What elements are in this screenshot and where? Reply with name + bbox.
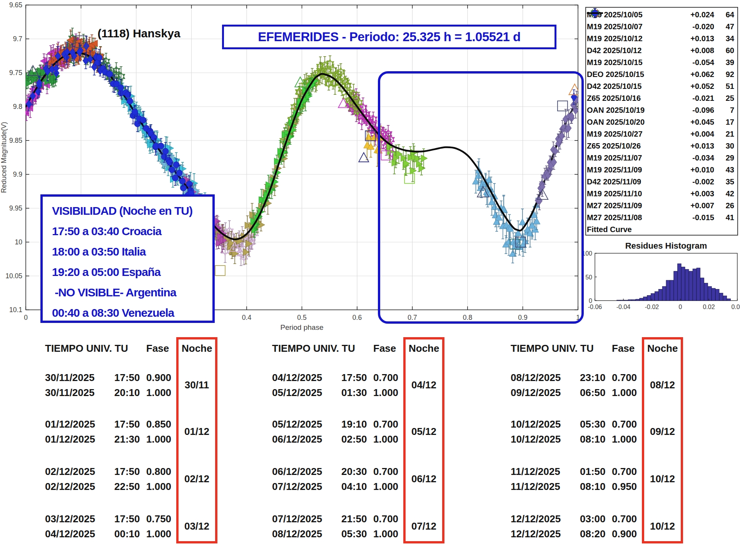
y-tick-label: 9.65 [9, 1, 22, 9]
table-row: 10/12/202508:101.000 [511, 433, 643, 445]
y-tick-label: 10 [15, 238, 23, 246]
col-header-phase: Fase [373, 343, 396, 354]
legend-item: M19 2025/10/07-0.02047 [586, 21, 737, 33]
legend-item-label: M19 2025/10/15 [587, 58, 679, 67]
night-badge: 01/12 [176, 426, 217, 438]
cell-time: 21:50 [341, 513, 373, 525]
col-header-datetime: TIEMPO UNIV. TU [511, 343, 594, 354]
legend-item-label: M19 2025/11/07 [587, 154, 679, 162]
cell-date: 03/12/2025 [45, 513, 114, 525]
legend-item-count: 64 [714, 10, 734, 19]
histogram-y-tick: 0 [589, 298, 592, 304]
legend-item-label: D42 2025/10/15 [587, 82, 679, 91]
cell-time: 21:30 [114, 433, 146, 445]
cell-time: 17:50 [114, 372, 146, 384]
histogram-x-tick: 0 [679, 304, 682, 310]
legend-item-offset: -0.021 [679, 94, 714, 103]
legend-item-count: 41 [714, 213, 734, 222]
histogram-title: Residues Histogram [625, 241, 707, 251]
cell-date: 08/12/2025 [511, 372, 580, 384]
legend-item-label: M19 2025/10/07 [587, 22, 679, 31]
cell-date: 02/12/2025 [45, 481, 114, 493]
legend-item: DEO 2025/10/15+0.06292 [586, 69, 737, 80]
legend-item-offset: +0.024 [679, 10, 714, 19]
legend-item-label: M19 2025/11/10 [587, 189, 679, 198]
table-row: 03/12/202517:500.750 [45, 513, 177, 525]
legend-item-label: Z65 2025/10/26 [587, 142, 679, 150]
cell-phase: 0.950 [612, 481, 643, 493]
table-row: 06/12/202520:300.700 [272, 466, 404, 478]
col-header-phase: Fase [146, 343, 169, 354]
legend-item-offset: +0.003 [679, 189, 714, 198]
x-tick-label: 0.4 [242, 314, 252, 321]
legend-item-offset: -0.054 [679, 58, 714, 67]
legend-item: M19 2025/10/05+0.02464 [586, 9, 737, 21]
cell-date: 11/12/2025 [511, 466, 580, 478]
table-row: 01/12/202517:500.850 [45, 418, 177, 430]
cell-time: 03:00 [580, 513, 612, 525]
cell-date: 02/12/2025 [45, 466, 114, 478]
legend-item-offset: -0.015 [679, 213, 714, 222]
cell-time: 00:10 [114, 528, 146, 540]
cell-date: 07/12/2025 [272, 513, 341, 525]
cell-phase: 0.700 [373, 513, 404, 525]
legend-item: Z65 2025/10/16-0.02125 [586, 92, 737, 104]
ephemerides-table-1: TIEMPO UNIV. TUFaseNoche30/11/202517:500… [45, 339, 230, 548]
legend-item-count: 39 [714, 58, 734, 67]
cell-phase: 0.700 [612, 372, 643, 384]
col-header-phase: Fase [612, 343, 635, 354]
cell-time: 20:30 [341, 466, 373, 478]
histogram-x-tick: -0.02 [645, 304, 659, 310]
visibility-line: 00:40 a 08:30 Venezuela [52, 303, 212, 323]
y-tick-label: 9.7 [13, 35, 22, 43]
cell-date: 11/12/2025 [511, 481, 580, 493]
cell-date: 10/12/2025 [511, 433, 580, 445]
legend-item-offset: -0.020 [679, 22, 714, 31]
legend-item: D42 2025/11/09-0.00235 [586, 176, 737, 188]
night-badge: 06/12 [403, 473, 444, 485]
night-badge: 07/12 [403, 520, 444, 532]
cell-time: 08:10 [580, 481, 612, 493]
ephemerides-table-2: TIEMPO UNIV. TUFaseNoche04/12/202517:500… [272, 339, 457, 548]
cell-phase: 0.700 [373, 418, 404, 430]
legend-item-count: 30 [714, 142, 734, 150]
cell-date: 12/12/2025 [511, 528, 580, 540]
legend-item-count: 29 [714, 154, 734, 162]
night-column-highlight [642, 337, 683, 543]
legend-item-offset: +0.013 [679, 142, 714, 150]
cell-time: 04:10 [341, 481, 373, 493]
legend-item-label: D42 2025/11/09 [587, 177, 679, 186]
residues-histogram: Residues Histogram-0.06-0.04-0.0200.020.… [577, 238, 740, 329]
table-row: 04/12/202500:101.000 [45, 528, 177, 540]
legend-item-label: OAN 2025/10/19 [587, 106, 679, 115]
col-header-datetime: TIEMPO UNIV. TU [272, 343, 355, 354]
night-badge: 03/12 [176, 520, 217, 532]
legend-item: D42 2025/10/15+0.05251 [586, 80, 737, 92]
cell-time: 17:50 [114, 466, 146, 478]
legend-item-fitted-curve: Fitted Curve [586, 224, 737, 236]
y-tick-label: 9.95 [9, 204, 22, 212]
cell-phase: 1.000 [373, 433, 404, 445]
cell-phase: 1.000 [146, 481, 177, 493]
table-row: 05/12/202519:100.700 [272, 418, 404, 430]
ephemerides-banner: EFEMERIDES - Periodo: 25.325 h = 1.05521… [222, 25, 556, 49]
legend-item: M19 2025/11/07-0.03429 [586, 152, 737, 164]
legend-item-offset: +0.052 [679, 82, 714, 91]
legend-item-offset: -0.096 [679, 106, 714, 115]
y-axis-label: Reduced Magnitude(V) [0, 122, 8, 193]
legend-item: M19 2025/10/15-0.05439 [586, 57, 737, 69]
histogram-x-tick: 0.04 [731, 304, 740, 310]
legend-item-count: 34 [714, 34, 734, 43]
legend-item: M19 2025/11/09+0.01043 [586, 164, 737, 176]
x-axis-label: Period phase [281, 323, 324, 331]
legend-item: M19 2025/10/27+0.00421 [586, 128, 737, 140]
cell-phase: 1.000 [373, 528, 404, 540]
legend-item-offset: +0.010 [679, 165, 714, 174]
cell-phase: 1.000 [146, 528, 177, 540]
legend-item-offset: +0.062 [679, 70, 714, 79]
legend-item-count: 26 [714, 201, 734, 210]
legend-item-label: M19 2025/10/27 [587, 130, 679, 139]
legend-item-offset: +0.045 [679, 118, 714, 127]
table-row: 09/12/202506:501.000 [511, 387, 643, 399]
cell-phase: 0.700 [373, 372, 404, 384]
